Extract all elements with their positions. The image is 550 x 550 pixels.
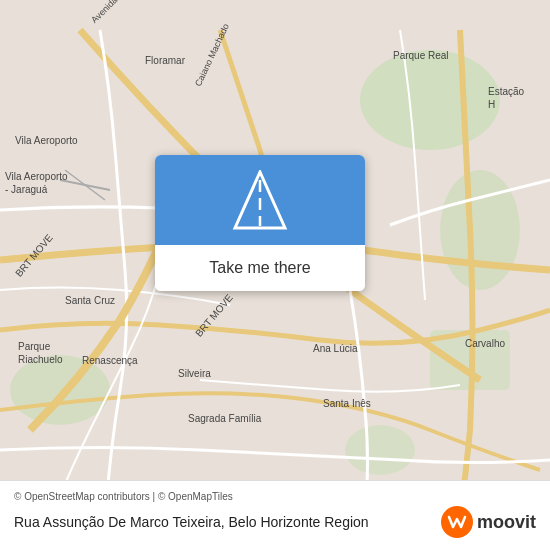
bottom-bar: © OpenStreetMap contributors | © OpenMap… [0,480,550,550]
road-icon [225,170,295,230]
map-container: Floramar Vila Aeroporto Vila Aeroporto- … [0,0,550,550]
moovit-text: moovit [477,512,536,533]
svg-point-4 [345,425,415,475]
moovit-logo: moovit [441,506,536,538]
road-icon-area [155,155,365,245]
moovit-icon [441,506,473,538]
take-me-there-button[interactable]: Take me there [155,245,365,291]
svg-point-2 [440,170,520,290]
svg-point-3 [10,355,110,425]
action-card: Take me there [155,155,365,291]
map-attribution: © OpenStreetMap contributors | © OpenMap… [14,491,536,502]
svg-point-1 [360,50,500,150]
street-name: Rua Assunção De Marco Teixeira, Belo Hor… [14,514,441,530]
